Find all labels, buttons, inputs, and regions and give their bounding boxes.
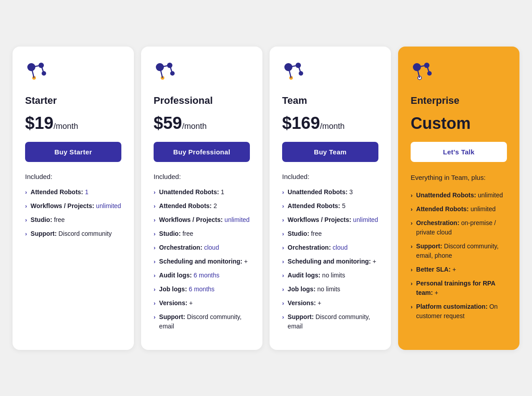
list-item: ›Workflows / Projects: unlimited	[154, 215, 250, 225]
chevron-icon: ›	[154, 243, 155, 252]
list-item: ›Support: Discord community, email	[154, 312, 250, 331]
enterprise-logo-icon	[411, 61, 436, 86]
list-item: ›Studio: free	[282, 229, 378, 238]
list-item: ›Unattended Robots: unlimited	[411, 191, 507, 200]
chevron-icon: ›	[282, 243, 284, 252]
list-item: ›Orchestration: on-premise / private clo…	[411, 218, 507, 237]
chevron-icon: ›	[25, 202, 27, 211]
chevron-icon: ›	[411, 279, 412, 288]
list-item: ›Personal trainings for RPA team: +	[411, 279, 507, 298]
team-plan-price: $169/month	[282, 114, 378, 133]
team-price-period: /month	[320, 122, 345, 131]
team-plan-name: Team	[282, 95, 378, 106]
chevron-icon: ›	[411, 191, 412, 200]
buy-professional-button[interactable]: Buy Professional	[154, 142, 250, 162]
enterprise-highlight-label: Everything in Team, plus:	[411, 173, 507, 183]
chevron-icon: ›	[282, 299, 284, 308]
buy-starter-button[interactable]: Buy Starter	[25, 142, 121, 162]
professional-plan-card: Professional $59/month Buy Professional …	[141, 47, 262, 350]
chevron-icon: ›	[282, 202, 284, 211]
professional-plan-price: $59/month	[154, 114, 250, 133]
enterprise-plan-card: Enterprise Custom Let's Talk Everything …	[398, 47, 519, 350]
chevron-icon: ›	[282, 257, 284, 266]
chevron-icon: ›	[154, 299, 155, 308]
list-item: ›Attended Robots: 1	[25, 187, 121, 197]
chevron-icon: ›	[411, 265, 412, 274]
professional-plan-name: Professional	[154, 95, 250, 106]
starter-features-list: ›Attended Robots: 1 ›Workflows / Project…	[25, 187, 121, 336]
chevron-icon: ›	[411, 219, 412, 228]
team-included-label: Included:	[282, 173, 378, 180]
list-item: ›Workflows / Projects: unlimited	[25, 201, 121, 211]
chevron-icon: ›	[282, 313, 284, 322]
list-item: ›Attended Robots: unlimited	[411, 204, 507, 214]
chevron-icon: ›	[282, 271, 284, 280]
chevron-icon: ›	[154, 313, 155, 322]
list-item: ›Orchestration: cloud	[282, 243, 378, 252]
team-plan-card: Team $169/month Buy Team Included: ›Unat…	[270, 47, 391, 350]
list-item: ›Platform customization: On customer req…	[411, 302, 507, 321]
starter-logo-icon	[25, 61, 50, 86]
list-item: ›Audit logs: 6 months	[154, 271, 250, 280]
starter-price-period: /month	[53, 122, 78, 131]
starter-included-label: Included:	[25, 173, 121, 180]
chevron-icon: ›	[411, 302, 412, 311]
enterprise-features-list: ›Unattended Robots: unlimited ›Attended …	[411, 191, 507, 335]
list-item: ›Job logs: 6 months	[154, 285, 250, 294]
chevron-icon: ›	[154, 285, 155, 294]
list-item: ›Support: Discord community	[25, 229, 121, 238]
list-item: ›Scheduling and monitoring: +	[282, 257, 378, 266]
list-item: ›Scheduling and monitoring: +	[154, 257, 250, 266]
chevron-icon: ›	[282, 216, 284, 225]
lets-talk-button[interactable]: Let's Talk	[411, 142, 507, 162]
list-item: ›Orchestration: cloud	[154, 243, 250, 252]
professional-included-label: Included:	[154, 173, 250, 180]
starter-plan-name: Starter	[25, 95, 121, 106]
pricing-container: Starter $19/month Buy Starter Included: …	[9, 47, 523, 350]
buy-team-button[interactable]: Buy Team	[282, 142, 378, 162]
list-item: ›Job logs: no limits	[282, 285, 378, 294]
starter-plan-card: Starter $19/month Buy Starter Included: …	[13, 47, 134, 350]
list-item: ›Better SLA: +	[411, 265, 507, 274]
professional-price-amount: $59	[154, 114, 182, 132]
list-item: ›Workflows / Projects: unlimited	[282, 215, 378, 225]
team-price-amount: $169	[282, 114, 320, 132]
list-item: ›Attended Robots: 5	[282, 201, 378, 211]
list-item: ›Unattended Robots: 1	[154, 187, 250, 197]
chevron-icon: ›	[154, 188, 155, 197]
chevron-icon: ›	[154, 216, 155, 225]
chevron-icon: ›	[154, 202, 155, 211]
starter-plan-price: $19/month	[25, 114, 121, 133]
list-item: ›Audit logs: no limits	[282, 271, 378, 280]
list-item: ›Support: Discord community, email, phon…	[411, 242, 507, 260]
list-item: ›Versions: +	[282, 298, 378, 308]
starter-price-amount: $19	[25, 114, 53, 132]
list-item: ›Studio: free	[154, 229, 250, 238]
chevron-icon: ›	[25, 230, 27, 238]
chevron-icon: ›	[282, 285, 284, 294]
team-features-list: ›Unattended Robots: 3 ›Attended Robots: …	[282, 187, 378, 336]
team-logo-icon	[282, 61, 307, 86]
chevron-icon: ›	[154, 257, 155, 266]
chevron-icon: ›	[282, 188, 284, 197]
chevron-icon: ›	[282, 230, 284, 238]
list-item: ›Studio: free	[25, 215, 121, 225]
chevron-icon: ›	[154, 271, 155, 280]
professional-price-period: /month	[182, 122, 206, 131]
enterprise-plan-name: Enterprise	[411, 95, 507, 106]
chevron-icon: ›	[411, 205, 412, 214]
list-item: ›Support: Discord community, email	[282, 312, 378, 331]
professional-logo-icon	[154, 61, 179, 86]
list-item: ›Unattended Robots: 3	[282, 187, 378, 197]
professional-features-list: ›Unattended Robots: 1 ›Attended Robots: …	[154, 187, 250, 336]
chevron-icon: ›	[411, 242, 412, 251]
list-item: ›Attended Robots: 2	[154, 201, 250, 211]
chevron-icon: ›	[25, 188, 27, 197]
chevron-icon: ›	[154, 230, 155, 238]
enterprise-price-label: Custom	[411, 114, 507, 133]
chevron-icon: ›	[25, 216, 27, 225]
list-item: ›Versions: +	[154, 298, 250, 308]
